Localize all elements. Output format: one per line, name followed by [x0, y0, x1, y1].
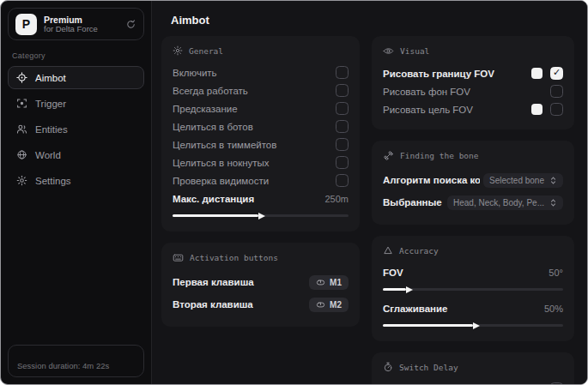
toggle-label: Проверка видимости [173, 176, 336, 186]
checkbox[interactable] [336, 120, 349, 133]
keybind-key: M1 [330, 278, 342, 287]
checkbox[interactable] [336, 174, 349, 187]
toggle-row: Всегда работать [173, 81, 349, 99]
card-header-label: Visual [400, 46, 429, 56]
toggle-label: Целиться в нокнутых [173, 158, 336, 168]
checkbox[interactable] [336, 84, 349, 97]
card-header-label: Finding the bone [400, 151, 479, 160]
keyboard-icon [173, 252, 184, 263]
checkbox[interactable] [550, 382, 563, 384]
sidebar-menu: Aimbot Trigger Entities [8, 66, 144, 192]
accuracy-card-header: Accuracy [383, 245, 563, 256]
crosshair-icon [16, 72, 27, 83]
sidebar-item-label: Trigger [35, 99, 66, 109]
sidebar-item-entities[interactable]: Entities [8, 117, 144, 141]
toggle-label: Целиться в ботов [173, 122, 336, 132]
slider-row: Сглаживание 50% [383, 299, 563, 317]
globe-icon [16, 149, 27, 160]
toggle-row: Задержка переключения [383, 380, 563, 384]
slider-label: FOV [383, 268, 549, 278]
mouse-icon [316, 300, 325, 310]
checkbox[interactable] [336, 138, 349, 151]
toggle-label: Задержка переключения [383, 384, 550, 385]
app-window: P Premium for Delta Force Category [0, 0, 588, 385]
toggle-label: Целиться в тиммейтов [173, 140, 336, 150]
bone-algorithm-select[interactable]: Selected bone [483, 173, 563, 188]
checkbox[interactable] [336, 66, 349, 79]
checkbox[interactable] [336, 102, 349, 115]
visual-card: Visual Рисовать границу FOV Рисовать фон… [372, 36, 574, 129]
main-panel: Aimbot [151, 1, 587, 384]
card-header-label: Switch Delay [399, 363, 458, 372]
activation-card-header: Activation buttons [173, 252, 349, 263]
select-label: Выбранные кос [383, 197, 444, 208]
slider-fill [383, 324, 473, 327]
brand-logo: P [15, 14, 37, 35]
visual-label: Рисовать цель FOV [383, 105, 531, 115]
sidebar-item-settings[interactable]: Settings [8, 169, 144, 192]
accuracy-card: Accuracy FOV 50° Сглаживание 50% [372, 236, 574, 341]
card-header-label: Accuracy [399, 246, 439, 256]
toggle-row: Включить [173, 63, 349, 81]
refresh-icon[interactable] [125, 19, 136, 30]
sidebar-item-aimbot[interactable]: Aimbot [8, 66, 144, 89]
bone-card-header: Finding the bone [383, 150, 563, 161]
sidebar-item-label: Entities [35, 124, 68, 135]
brand-text: Premium for Delta Force [44, 15, 118, 34]
expand-icon [549, 198, 557, 208]
keybind-button-m1[interactable]: M1 [309, 275, 349, 290]
slider-fill [173, 214, 258, 217]
mouse-icon [316, 278, 325, 287]
visual-label: Рисовать границу FOV [383, 69, 531, 79]
select-label: Алгоритм поиска кост [383, 175, 480, 185]
session-card: Session duration: 4m 22s [8, 345, 144, 377]
expand-icon [549, 176, 557, 185]
keybind-button-m2[interactable]: M2 [309, 298, 349, 312]
selected-bones-select[interactable]: Head, Neck, Body, Pe... [447, 196, 563, 210]
checkbox[interactable] [550, 67, 563, 80]
sidebar-item-world[interactable]: World [8, 143, 144, 166]
checkbox[interactable] [336, 156, 349, 169]
toggle-row: Целиться в тиммейтов [173, 135, 349, 153]
max-distance-slider[interactable] [173, 210, 349, 220]
select-value: Head, Neck, Body, Pe... [453, 198, 544, 208]
keybind-row: Вторая клавиша M2 [173, 293, 349, 316]
switch-delay-card: Switch Delay Задержка переключения Задер… [372, 352, 574, 384]
bone-icon [383, 150, 394, 161]
eye-icon [383, 45, 394, 57]
toggle-row: Целиться в нокнутых [173, 153, 349, 171]
activation-card: Activation buttons Первая клавиша M1 [161, 243, 360, 327]
slider-label: Сглаживание [383, 304, 544, 314]
card-header-label: Activation buttons [190, 253, 278, 262]
page-title: Aimbot [171, 14, 574, 27]
visual-row: Рисовать фон FOV [383, 82, 563, 100]
triangle-icon [383, 245, 393, 256]
toggle-label: Включить [173, 68, 336, 78]
keybind-row: Первая клавиша M1 [173, 271, 349, 293]
keybind-label: Первая клавиша [173, 277, 309, 287]
slider-fill [383, 288, 406, 291]
color-swatch[interactable] [531, 68, 543, 79]
fov-slider[interactable] [383, 284, 563, 294]
keybind-key: M2 [330, 300, 342, 310]
gear-icon [16, 175, 27, 186]
brand-subtitle: for Delta Force [44, 25, 118, 34]
visual-row: Рисовать цель FOV [383, 100, 563, 118]
sidebar-item-label: World [35, 150, 61, 160]
keybind-label: Вторая клавиша [173, 299, 309, 310]
sidebar: P Premium for Delta Force Category [1, 1, 151, 384]
smoothing-slider[interactable] [383, 320, 563, 330]
general-card: General Включить Всегда работать Предска… [161, 36, 360, 232]
toggle-label: Предсказание [173, 104, 336, 114]
brand-title: Premium [44, 15, 118, 25]
slider-value: 50° [549, 268, 563, 278]
stopwatch-icon [383, 362, 393, 372]
visual-label: Рисовать фон FOV [383, 87, 550, 97]
general-card-header: General [173, 45, 349, 56]
select-value: Selected bone [489, 176, 544, 185]
checkbox[interactable] [550, 85, 563, 98]
color-swatch[interactable] [531, 104, 543, 115]
session-duration: Session duration: 4m 22s [17, 361, 109, 370]
sidebar-item-trigger[interactable]: Trigger [8, 92, 144, 115]
checkbox[interactable] [550, 103, 563, 116]
